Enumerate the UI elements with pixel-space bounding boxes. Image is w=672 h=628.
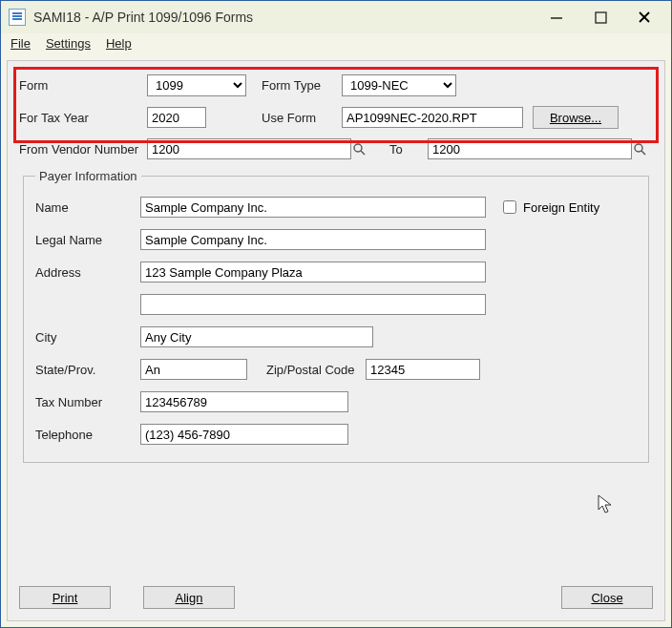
name-input[interactable] — [140, 197, 486, 218]
foreign-entity-input[interactable] — [503, 200, 516, 214]
row-state-zip: State/Prov. Zip/Postal Code — [35, 359, 637, 380]
button-strip: Print Align Close — [8, 576, 664, 620]
row-vendor: From Vendor Number To — [19, 138, 653, 159]
payer-legend: Payer Information — [35, 169, 141, 183]
city-input[interactable] — [140, 326, 373, 347]
telephone-input[interactable] — [140, 424, 348, 445]
tax-year-label: For Tax Year — [19, 111, 147, 125]
row-city: City — [35, 326, 637, 347]
window-title: SAMI18 - A/P Print 1099/1096 Forms — [33, 10, 543, 25]
from-vendor-input[interactable] — [147, 138, 351, 159]
close-button[interactable]: Close — [561, 586, 653, 609]
state-input[interactable] — [140, 359, 247, 380]
form-type-label: Form Type — [262, 78, 342, 93]
address-label: Address — [35, 265, 140, 280]
to-vendor-input[interactable] — [428, 138, 632, 159]
svg-line-5 — [361, 151, 365, 155]
form-select[interactable]: 1099 — [147, 74, 246, 96]
use-form-label: Use Form — [262, 111, 342, 125]
form-label: Form — [19, 78, 147, 93]
close-window-button[interactable] — [631, 8, 658, 27]
row-address2 — [35, 294, 637, 315]
name-label: Name — [35, 200, 140, 215]
zip-input[interactable] — [366, 359, 480, 380]
client-area: Form 1099 Form Type 1099-NEC For Tax Yea… — [7, 60, 665, 621]
address2-input[interactable] — [140, 294, 486, 315]
menu-file[interactable]: File — [10, 36, 31, 51]
tax-year-input[interactable] — [147, 107, 206, 128]
menu-help[interactable]: Help — [106, 36, 132, 51]
city-label: City — [35, 330, 140, 345]
payer-fieldset: Payer Information Name Foreign Entity Le… — [23, 169, 649, 463]
telephone-label: Telephone — [35, 428, 140, 442]
row-name: Name Foreign Entity — [35, 197, 637, 218]
svg-point-4 — [354, 144, 362, 152]
top-form-area: Form 1099 Form Type 1099-NEC For Tax Yea… — [8, 61, 664, 471]
titlebar: SAMI18 - A/P Print 1099/1096 Forms — [1, 1, 671, 33]
foreign-entity-label: Foreign Entity — [523, 200, 599, 215]
row-address1: Address — [35, 262, 637, 283]
tax-number-input[interactable] — [140, 391, 348, 412]
row-tax-number: Tax Number — [35, 391, 637, 412]
maximize-button[interactable] — [587, 8, 614, 27]
row-tax-year: For Tax Year Use Form Browse... — [19, 106, 653, 129]
window-buttons — [543, 8, 658, 27]
zip-label: Zip/Postal Code — [266, 363, 366, 377]
app-icon — [9, 9, 26, 26]
minimize-button[interactable] — [543, 8, 570, 27]
legal-name-label: Legal Name — [35, 233, 140, 247]
menu-settings[interactable]: Settings — [46, 36, 91, 51]
menubar: File Settings Help — [1, 33, 671, 56]
address1-input[interactable] — [140, 262, 486, 283]
search-icon-from[interactable] — [351, 141, 367, 157]
app-window: SAMI18 - A/P Print 1099/1096 Forms File … — [0, 0, 672, 628]
svg-point-6 — [635, 144, 642, 152]
svg-rect-1 — [596, 12, 606, 23]
row-telephone: Telephone — [35, 424, 637, 445]
state-label: State/Prov. — [35, 363, 140, 377]
search-icon-to[interactable] — [632, 141, 647, 157]
row-form: Form 1099 Form Type 1099-NEC — [19, 74, 653, 96]
align-button[interactable]: Align — [143, 586, 235, 609]
row-legal: Legal Name — [35, 229, 637, 250]
form-type-select[interactable]: 1099-NEC — [342, 74, 456, 96]
print-button[interactable]: Print — [19, 586, 111, 609]
tax-number-label: Tax Number — [35, 395, 140, 409]
svg-line-7 — [641, 151, 645, 155]
browse-button[interactable]: Browse... — [533, 106, 619, 129]
legal-name-input[interactable] — [140, 229, 486, 250]
use-form-input[interactable] — [342, 107, 523, 128]
to-label: To — [389, 142, 428, 157]
mouse-cursor-icon — [598, 494, 615, 515]
from-vendor-label: From Vendor Number — [19, 142, 147, 157]
foreign-entity-checkbox[interactable]: Foreign Entity — [499, 198, 599, 217]
